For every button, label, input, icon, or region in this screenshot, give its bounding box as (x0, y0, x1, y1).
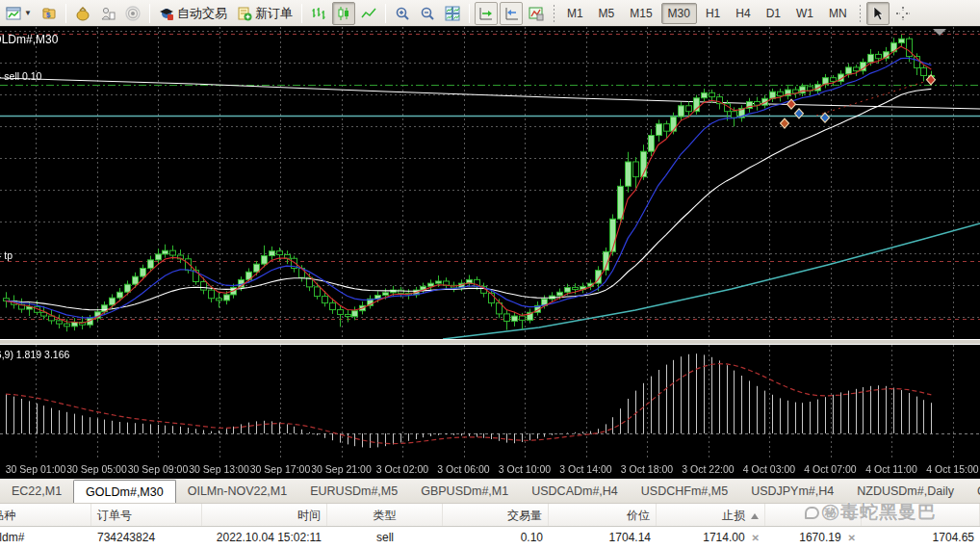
order-table-header-cell[interactable]: 价位 (549, 504, 657, 526)
order-table-header-cell[interactable]: 订单号 (91, 504, 202, 526)
order-table-cell[interactable]: 2022.10.04 15:02:11 (202, 527, 327, 549)
close-icon[interactable]: ✕ (848, 533, 856, 543)
crosshair-tool-button[interactable] (891, 2, 915, 25)
line-chart-mode-button[interactable] (357, 2, 380, 25)
order-table-header-cell[interactable]: 时间 (202, 504, 327, 526)
order-table-header: 品种订单号时间类型交易量价位止损 (0, 504, 980, 527)
toolbar-separator (149, 4, 150, 23)
timeframe-bar: M1M5M15M30H1H4D1W1MN (560, 3, 854, 24)
chart-tab-nzdusdmdaily[interactable]: NZDUSDm#,Daily (845, 479, 966, 503)
toolbar-separator (301, 4, 302, 23)
indicators-icon (529, 6, 544, 21)
zoom-in-icon (395, 6, 410, 21)
chart-tab-ec22m1[interactable]: EC22,M1 (0, 479, 73, 503)
toolbar-dotted-separator (553, 4, 555, 23)
chevron-down-icon: ▼ (24, 9, 32, 17)
signal-button[interactable] (121, 2, 144, 25)
open-orders-table: 品种订单号时间类型交易量价位止损 goldm#7342438242022.10.… (0, 504, 980, 549)
timeframe-button-d1[interactable]: D1 (760, 3, 787, 24)
order-table-header-cell[interactable] (862, 504, 980, 526)
chart-shift-button[interactable] (500, 2, 523, 25)
close-icon[interactable]: ✕ (752, 533, 760, 543)
tile-windows-button[interactable] (441, 2, 464, 25)
toolbar-separator (65, 4, 66, 23)
order-table-cell[interactable]: sell (327, 527, 443, 549)
chart-area[interactable]: GOLDm#,M30 #734243824 sell 0.10 #7342438… (0, 27, 980, 479)
zoom-out-icon (420, 6, 435, 21)
cursor-tool-button[interactable] (866, 2, 890, 25)
chart-tab-usdchfmm5[interactable]: USDCHFm#,M5 (630, 479, 739, 503)
order-table-row[interactable]: goldm#7342438242022.10.04 15:02:11sell0.… (0, 527, 980, 549)
order-table-header-cell[interactable]: 止损 (657, 504, 765, 526)
signal-waves-icon (125, 6, 141, 21)
timeframe-button-mn[interactable]: MN (822, 3, 854, 24)
candlestick-icon (336, 6, 351, 21)
svg-text:$: $ (46, 11, 51, 19)
cursor-arrow-icon (870, 6, 886, 21)
chart-tab-goldmm30[interactable]: GOLDm#,M30 (73, 480, 176, 503)
timeframe-button-h4[interactable]: H4 (729, 3, 757, 24)
profiles-button[interactable]: $ (38, 2, 61, 25)
autotrading-label: 自动交易 (177, 5, 227, 22)
order-table-header-cell[interactable]: 类型 (327, 504, 443, 526)
new-order-label: 新订单 (255, 5, 293, 22)
sort-ascending-icon (751, 513, 759, 519)
toolbar-separator (469, 4, 470, 23)
chart-tab-oilmnnov22m1[interactable]: OILMn-NOV22,M1 (176, 479, 299, 503)
timeframe-button-h1[interactable]: H1 (699, 3, 727, 24)
chart-tab-gbpusdmm1[interactable]: GBPUSDm#,M1 (409, 479, 520, 503)
chart-tab-eurusdmm5[interactable]: EURUSDm#,M5 (298, 479, 409, 503)
order-table-cell[interactable]: 1704.65 (862, 527, 980, 549)
profiles-folder-icon: $ (41, 6, 57, 21)
expert-advisor-icon (159, 6, 174, 21)
chart-tab-usdcadmh4[interactable]: USDCADm#,H4 (520, 479, 630, 503)
order-table-header-cell[interactable] (765, 504, 862, 526)
auto-scroll-icon (478, 6, 494, 21)
new-chart-button[interactable]: ▼ (2, 2, 36, 25)
order-table-cell[interactable]: 1714.00✕ (657, 527, 765, 549)
chart-shift-icon (503, 6, 519, 21)
order-table-cell[interactable]: 734243824 (91, 527, 202, 549)
timeframe-button-w1[interactable]: W1 (789, 3, 820, 24)
timeframe-button-m5[interactable]: M5 (592, 3, 622, 24)
zoom-out-button[interactable] (416, 2, 439, 25)
market-watch-button[interactable] (71, 2, 94, 25)
zoom-in-button[interactable] (391, 2, 414, 25)
bar-chart-mode-button[interactable] (307, 2, 330, 25)
new-order-icon (237, 6, 252, 21)
person-chart-icon (100, 6, 116, 21)
candlestick-mode-button[interactable] (332, 2, 355, 25)
toolbar: ▼ $ 自动交易 新订单 (0, 0, 980, 27)
tile-windows-icon (445, 6, 460, 21)
chart-tab-gbp[interactable]: GBP (966, 479, 980, 503)
chart-window-icon (6, 6, 21, 21)
chart-tabs-bar: EC22,M1GOLDm#,M30OILMn-NOV22,M1EURUSDm#,… (0, 479, 980, 504)
gold-bag-icon (75, 6, 90, 21)
new-order-button[interactable]: 新订单 (233, 2, 297, 25)
timeframe-button-m1[interactable]: M1 (560, 3, 590, 24)
chart-tab-usdjpymh4[interactable]: USDJPYm#,H4 (739, 479, 845, 503)
indicators-button[interactable] (525, 2, 548, 25)
order-table-cell[interactable]: 1670.19✕ (765, 527, 862, 549)
toolbar-separator (385, 4, 386, 23)
line-chart-icon (361, 6, 376, 21)
auto-scroll-button[interactable] (475, 2, 498, 25)
timeframe-button-m15[interactable]: M15 (623, 3, 658, 24)
order-table-header-cell[interactable]: 品种 (0, 504, 91, 526)
bar-chart-icon (311, 6, 326, 21)
data-window-button[interactable] (96, 2, 119, 25)
order-table-cell[interactable]: 1704.14 (549, 527, 657, 549)
order-table-header-cell[interactable]: 交易量 (443, 504, 549, 526)
order-table-cell[interactable]: 0.10 (443, 527, 549, 549)
crosshair-icon (895, 6, 911, 21)
order-table-cell[interactable]: goldm# (0, 527, 91, 549)
timeframe-button-m30[interactable]: M30 (661, 3, 697, 24)
autotrading-button[interactable]: 自动交易 (155, 2, 231, 25)
toolbar-dotted-separator (859, 4, 862, 23)
price-chart-canvas[interactable] (0, 27, 980, 479)
